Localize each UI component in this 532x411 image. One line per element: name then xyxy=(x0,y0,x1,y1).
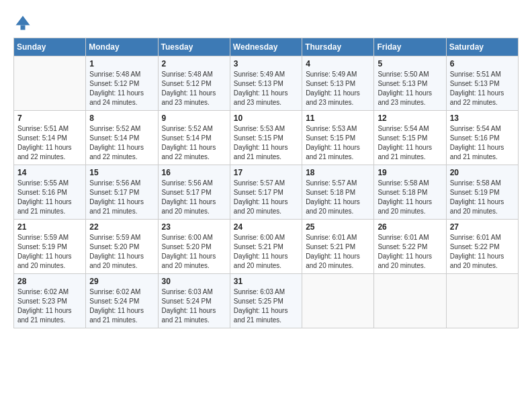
day-number: 12 xyxy=(378,113,442,123)
day-number: 17 xyxy=(234,168,298,177)
column-header-sunday: Sunday xyxy=(14,38,86,56)
calendar-week-row: 7Sunrise: 5:51 AMSunset: 5:14 PMDaylight… xyxy=(14,111,519,165)
calendar-week-row: 21Sunrise: 5:59 AMSunset: 5:19 PMDayligh… xyxy=(14,220,519,274)
logo xyxy=(13,13,34,32)
calendar-cell: 8Sunrise: 5:52 AMSunset: 5:14 PMDaylight… xyxy=(86,111,158,165)
day-detail: Sunrise: 5:58 AMSunset: 5:19 PMDaylight:… xyxy=(450,179,515,216)
day-number: 26 xyxy=(378,222,442,232)
calendar-cell: 12Sunrise: 5:54 AMSunset: 5:15 PMDayligh… xyxy=(374,111,446,165)
calendar-header-row: SundayMondayTuesdayWednesdayThursdayFrid… xyxy=(14,38,519,56)
day-detail: Sunrise: 6:00 AMSunset: 5:20 PMDaylight:… xyxy=(162,233,226,271)
calendar-cell: 29Sunrise: 6:02 AMSunset: 5:24 PMDayligh… xyxy=(86,274,158,328)
calendar-cell: 3Sunrise: 5:49 AMSunset: 5:13 PMDaylight… xyxy=(230,56,302,111)
day-number: 22 xyxy=(89,222,154,232)
calendar-cell: 22Sunrise: 5:59 AMSunset: 5:20 PMDayligh… xyxy=(86,220,158,274)
calendar-cell: 18Sunrise: 5:57 AMSunset: 5:18 PMDayligh… xyxy=(302,165,374,220)
column-header-tuesday: Tuesday xyxy=(158,38,230,56)
column-header-monday: Monday xyxy=(86,38,158,56)
calendar-cell: 4Sunrise: 5:49 AMSunset: 5:13 PMDaylight… xyxy=(302,56,374,111)
day-detail: Sunrise: 5:54 AMSunset: 5:16 PMDaylight:… xyxy=(450,124,515,162)
column-header-wednesday: Wednesday xyxy=(230,38,302,56)
day-detail: Sunrise: 5:49 AMSunset: 5:13 PMDaylight:… xyxy=(234,70,298,107)
column-header-friday: Friday xyxy=(374,38,446,56)
day-detail: Sunrise: 5:59 AMSunset: 5:19 PMDaylight:… xyxy=(17,233,82,271)
day-number: 8 xyxy=(89,113,154,123)
calendar-cell: 11Sunrise: 5:53 AMSunset: 5:15 PMDayligh… xyxy=(302,111,374,165)
calendar-cell: 1Sunrise: 5:48 AMSunset: 5:12 PMDaylight… xyxy=(86,56,158,111)
calendar-cell: 6Sunrise: 5:51 AMSunset: 5:13 PMDaylight… xyxy=(446,56,518,111)
calendar-cell: 14Sunrise: 5:55 AMSunset: 5:16 PMDayligh… xyxy=(14,165,86,220)
day-detail: Sunrise: 5:54 AMSunset: 5:15 PMDaylight:… xyxy=(378,124,442,162)
calendar-week-row: 1Sunrise: 5:48 AMSunset: 5:12 PMDaylight… xyxy=(14,56,519,111)
day-number: 23 xyxy=(162,222,226,232)
calendar-cell: 31Sunrise: 6:03 AMSunset: 5:25 PMDayligh… xyxy=(230,274,302,328)
calendar-cell: 7Sunrise: 5:51 AMSunset: 5:14 PMDaylight… xyxy=(14,111,86,165)
day-detail: Sunrise: 5:59 AMSunset: 5:20 PMDaylight:… xyxy=(89,233,154,271)
day-detail: Sunrise: 6:01 AMSunset: 5:22 PMDaylight:… xyxy=(378,233,442,271)
day-number: 6 xyxy=(450,59,515,68)
calendar-cell xyxy=(446,274,518,328)
day-number: 20 xyxy=(450,168,515,177)
day-number: 13 xyxy=(450,113,515,123)
day-detail: Sunrise: 5:52 AMSunset: 5:14 PMDaylight:… xyxy=(162,124,226,162)
calendar-cell: 24Sunrise: 6:00 AMSunset: 5:21 PMDayligh… xyxy=(230,220,302,274)
day-detail: Sunrise: 5:56 AMSunset: 5:17 PMDaylight:… xyxy=(162,179,226,216)
calendar-cell: 17Sunrise: 5:57 AMSunset: 5:17 PMDayligh… xyxy=(230,165,302,220)
day-detail: Sunrise: 6:02 AMSunset: 5:24 PMDaylight:… xyxy=(89,287,154,325)
day-detail: Sunrise: 5:57 AMSunset: 5:17 PMDaylight:… xyxy=(234,179,298,216)
day-detail: Sunrise: 6:01 AMSunset: 5:21 PMDaylight:… xyxy=(306,233,370,271)
calendar-cell xyxy=(302,274,374,328)
day-number: 19 xyxy=(378,168,442,177)
day-detail: Sunrise: 5:51 AMSunset: 5:14 PMDaylight:… xyxy=(17,124,82,162)
calendar-week-row: 28Sunrise: 6:02 AMSunset: 5:23 PMDayligh… xyxy=(14,274,519,328)
day-detail: Sunrise: 5:53 AMSunset: 5:15 PMDaylight:… xyxy=(234,124,298,162)
calendar-week-row: 14Sunrise: 5:55 AMSunset: 5:16 PMDayligh… xyxy=(14,165,519,220)
day-number: 30 xyxy=(162,277,226,286)
day-detail: Sunrise: 6:01 AMSunset: 5:22 PMDaylight:… xyxy=(450,233,515,271)
day-detail: Sunrise: 6:03 AMSunset: 5:24 PMDaylight:… xyxy=(162,287,226,325)
day-number: 2 xyxy=(162,59,226,68)
day-number: 3 xyxy=(234,59,298,68)
calendar-cell: 5Sunrise: 5:50 AMSunset: 5:13 PMDaylight… xyxy=(374,56,446,111)
day-number: 4 xyxy=(306,59,370,68)
day-number: 25 xyxy=(306,222,370,232)
day-number: 10 xyxy=(234,113,298,123)
day-number: 14 xyxy=(17,168,82,177)
column-header-thursday: Thursday xyxy=(302,38,374,56)
calendar-cell: 26Sunrise: 6:01 AMSunset: 5:22 PMDayligh… xyxy=(374,220,446,274)
day-number: 7 xyxy=(17,113,82,123)
day-detail: Sunrise: 5:55 AMSunset: 5:16 PMDaylight:… xyxy=(17,179,82,216)
day-number: 16 xyxy=(162,168,226,177)
day-number: 24 xyxy=(234,222,298,232)
day-number: 9 xyxy=(162,113,226,123)
calendar-table: SundayMondayTuesdayWednesdayThursdayFrid… xyxy=(13,38,519,328)
day-detail: Sunrise: 5:50 AMSunset: 5:13 PMDaylight:… xyxy=(378,70,442,107)
calendar-cell: 13Sunrise: 5:54 AMSunset: 5:16 PMDayligh… xyxy=(446,111,518,165)
calendar-cell: 19Sunrise: 5:58 AMSunset: 5:18 PMDayligh… xyxy=(374,165,446,220)
calendar-cell: 16Sunrise: 5:56 AMSunset: 5:17 PMDayligh… xyxy=(158,165,230,220)
day-detail: Sunrise: 5:56 AMSunset: 5:17 PMDaylight:… xyxy=(89,179,154,216)
svg-marker-0 xyxy=(16,16,30,26)
day-detail: Sunrise: 6:03 AMSunset: 5:25 PMDaylight:… xyxy=(234,287,298,325)
day-detail: Sunrise: 5:58 AMSunset: 5:18 PMDaylight:… xyxy=(378,179,442,216)
calendar-cell: 21Sunrise: 5:59 AMSunset: 5:19 PMDayligh… xyxy=(14,220,86,274)
page-header xyxy=(13,13,519,32)
calendar-cell: 2Sunrise: 5:48 AMSunset: 5:12 PMDaylight… xyxy=(158,56,230,111)
calendar-cell: 25Sunrise: 6:01 AMSunset: 5:21 PMDayligh… xyxy=(302,220,374,274)
day-number: 21 xyxy=(17,222,82,232)
day-number: 31 xyxy=(234,277,298,286)
day-detail: Sunrise: 5:53 AMSunset: 5:15 PMDaylight:… xyxy=(306,124,370,162)
day-number: 11 xyxy=(306,113,370,123)
logo-icon xyxy=(13,13,32,32)
day-number: 15 xyxy=(89,168,154,177)
calendar-cell: 27Sunrise: 6:01 AMSunset: 5:22 PMDayligh… xyxy=(446,220,518,274)
day-number: 29 xyxy=(89,277,154,286)
calendar-cell xyxy=(14,56,86,111)
calendar-cell xyxy=(374,274,446,328)
day-detail: Sunrise: 6:00 AMSunset: 5:21 PMDaylight:… xyxy=(234,233,298,271)
day-detail: Sunrise: 5:49 AMSunset: 5:13 PMDaylight:… xyxy=(306,70,370,107)
day-number: 27 xyxy=(450,222,515,232)
day-number: 28 xyxy=(17,277,82,286)
calendar-cell: 9Sunrise: 5:52 AMSunset: 5:14 PMDaylight… xyxy=(158,111,230,165)
day-number: 18 xyxy=(306,168,370,177)
